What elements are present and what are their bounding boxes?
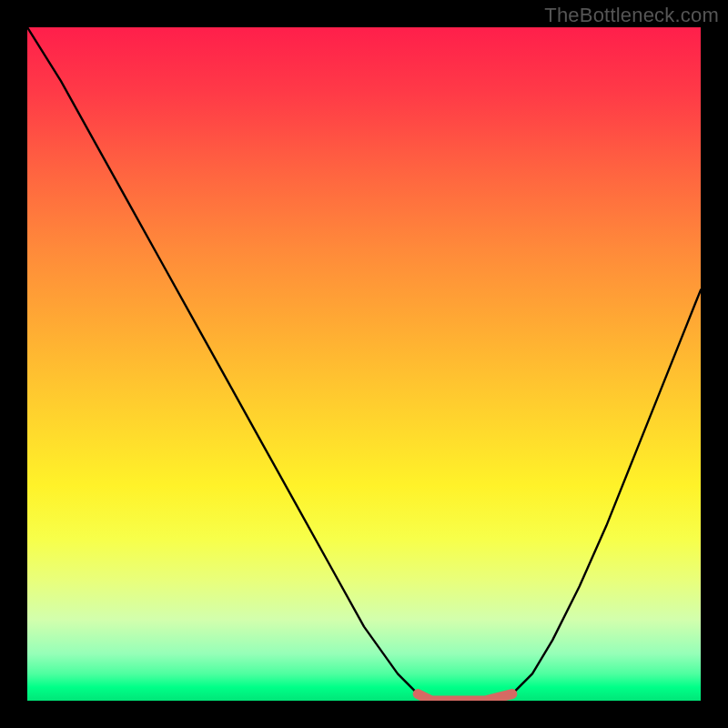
plot-area [27,27,701,701]
curve-layer [27,27,701,701]
bottleneck-curve-path [27,27,701,701]
optimal-band-path [418,694,512,701]
watermark-label: TheBottleneck.com [544,4,719,27]
chart-frame: TheBottleneck.com [0,0,728,728]
